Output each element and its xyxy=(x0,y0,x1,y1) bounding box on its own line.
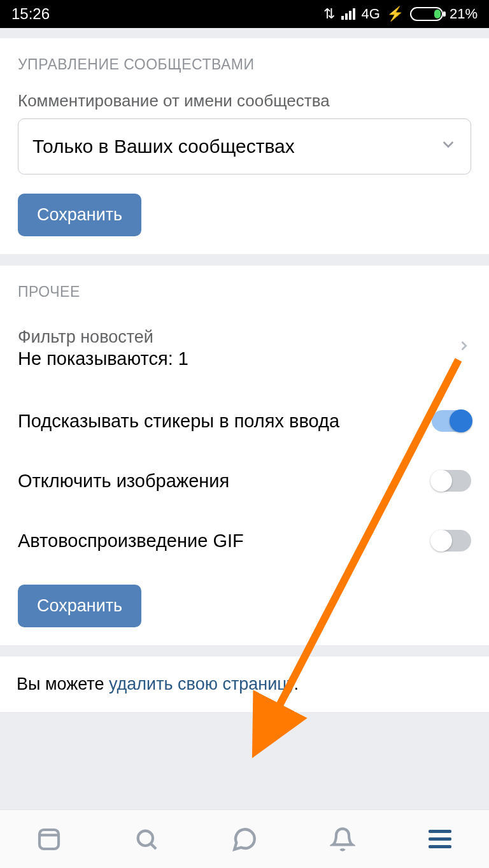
svg-point-2 xyxy=(138,830,153,845)
commenting-select[interactable]: Только в Ваших сообществах xyxy=(18,118,471,174)
footer-prefix: Вы можете xyxy=(17,674,109,694)
charging-icon: ⚡ xyxy=(386,6,404,22)
status-time: 15:26 xyxy=(11,5,50,23)
data-transfer-icon: ⇅ xyxy=(323,6,335,22)
field-label-commenting: Комментирование от имени сообщества xyxy=(18,91,471,111)
status-right: ⇅ 4G ⚡ 21% xyxy=(323,6,478,22)
nav-menu-icon[interactable] xyxy=(425,825,455,854)
chevron-down-icon xyxy=(440,136,457,157)
save-button[interactable]: Сохранить xyxy=(18,585,141,627)
battery-icon xyxy=(410,7,443,21)
chevron-right-icon xyxy=(457,335,471,362)
stickers-toggle[interactable] xyxy=(432,410,471,432)
section-header: ПРОЧЕЕ xyxy=(18,283,471,301)
section-communities: УПРАВЛЕНИЕ СООБЩЕСТВАМИ Комментирование … xyxy=(0,38,489,254)
svg-line-3 xyxy=(152,844,157,849)
stickers-row: Подсказывать стикеры в полях ввода xyxy=(18,386,471,446)
stickers-label: Подсказывать стикеры в полях ввода xyxy=(18,411,339,432)
filter-value: Не показываются: 1 xyxy=(18,348,188,369)
disable-images-row: Отключить изображения xyxy=(18,446,471,506)
nav-notifications-icon[interactable] xyxy=(328,825,357,854)
svg-rect-0 xyxy=(39,830,59,849)
bottom-nav xyxy=(0,809,489,868)
gif-autoplay-row: Автовоспроизведение GIF xyxy=(18,506,471,566)
section-other: ПРОЧЕЕ Фильтр новостей Не показываются: … xyxy=(0,266,489,645)
delete-page-footer: Вы можете удалить свою страницу. xyxy=(0,657,489,712)
status-bar: 15:26 ⇅ 4G ⚡ 21% xyxy=(0,0,489,28)
battery-percent: 21% xyxy=(450,6,478,22)
news-filter-row[interactable]: Фильтр новостей Не показываются: 1 xyxy=(18,318,471,386)
footer-suffix: . xyxy=(294,674,299,694)
nav-news-icon[interactable] xyxy=(34,825,64,854)
save-button[interactable]: Сохранить xyxy=(18,194,141,236)
nav-search-icon[interactable] xyxy=(132,825,161,854)
gif-autoplay-label: Автовоспроизведение GIF xyxy=(18,530,244,551)
network-label: 4G xyxy=(362,6,380,22)
signal-icon xyxy=(341,8,355,20)
select-value: Только в Ваших сообществах xyxy=(32,136,295,157)
disable-images-toggle[interactable] xyxy=(432,470,471,492)
filter-label: Фильтр новостей xyxy=(18,327,188,347)
section-header: УПРАВЛЕНИЕ СООБЩЕСТВАМИ xyxy=(18,56,471,73)
gif-autoplay-toggle[interactable] xyxy=(432,530,471,551)
nav-messages-icon[interactable] xyxy=(230,825,259,854)
delete-page-link[interactable]: удалить свою страницу xyxy=(109,674,294,694)
disable-images-label: Отключить изображения xyxy=(18,471,229,492)
